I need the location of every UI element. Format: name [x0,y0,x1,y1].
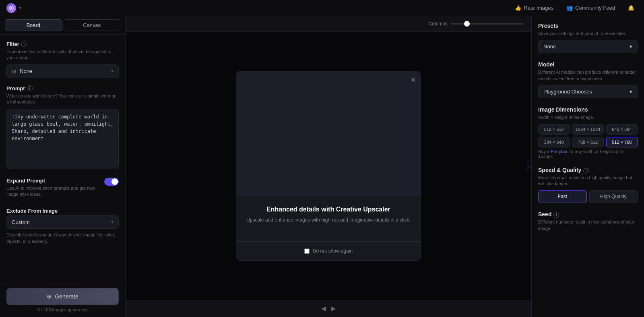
presets-dropdown[interactable]: None ▾ [538,40,638,53]
exclude-dropdown[interactable]: Custom ▾ [6,215,119,229]
model-dropdown[interactable]: Playground Chooses ▾ [538,85,638,98]
dim-512x768[interactable]: 512 × 768 [606,137,638,147]
topnav: ▾ 👍 Rate Images 👥 Community Feed 🔔 [0,0,644,16]
community-feed-label: Community Feed [575,5,615,11]
filter-dropdown[interactable]: ⊘ None ▾ [6,64,119,78]
generate-count: 0 / 100 images generated [6,307,119,312]
model-dropdown-arrow: ▾ [630,89,632,95]
exclude-title: Exclude From Image [6,208,119,214]
presets-desc: Save your settings and prompt to reuse l… [538,31,638,37]
modal-title: Enhanced details with Creative Upscaler [246,206,411,213]
prompt-desc: What do you want to see? You can use a s… [6,93,119,106]
filter-title: Filter i [6,41,119,47]
modal-overlay: ✕ Enhanced details with Creative Upscale… [126,32,531,300]
tab-board[interactable]: Board [5,19,62,31]
pro-link: Buy a Pro plan for any width or height u… [538,149,638,159]
dimensions-grid: 512 × 512 1024 × 1024 640 × 384 384 × 64… [538,124,638,147]
fast-button[interactable]: Fast [538,190,587,203]
community-icon: 👥 [566,5,573,11]
community-feed-button[interactable]: 👥 Community Feed [563,3,618,12]
exclude-section: Exclude From Image Custom ▾ Describe det… [6,208,119,248]
exclude-dropdown-arrow: ▾ [111,220,114,225]
generate-button[interactable]: ⊕ Generate [6,288,119,305]
expand-prompt-toggle[interactable] [104,178,119,186]
presets-title: Presets [538,23,638,29]
generate-label: Generate [55,293,78,300]
canvas-area: ✕ Enhanced details with Creative Upscale… [126,32,531,300]
expand-prompt-section: Expand Prompt Use AI to improve short pr… [6,178,119,201]
expand-prompt-row: Expand Prompt Use AI to improve short pr… [6,178,119,201]
modal-close-button[interactable]: ✕ [411,76,416,84]
filter-no-icon: ⊘ [12,68,17,75]
presets-value: None [543,44,556,50]
dim-512x512[interactable]: 512 × 512 [538,124,570,135]
left-sidebar: Board Canvas Filter i Experiment with di… [0,16,126,317]
modal-body: Enhanced details with Creative Upscaler … [236,196,421,241]
presets-section: Presets Save your settings and prompt to… [538,23,638,53]
image-dimensions-desc: Width × Height of the image. [538,114,638,120]
pro-plan-link[interactable]: Pro plan [551,149,567,154]
notifications-button[interactable]: 🔔 [625,3,638,12]
thumbs-up-icon: 👍 [515,5,521,11]
filter-desc: Experiment with different styles that ca… [6,49,119,61]
speed-quality-row: Fast High Quality [538,190,638,203]
sidebar-content: Filter i Experiment with different style… [0,35,125,254]
rate-images-button[interactable]: 👍 Rate Images [512,3,557,12]
expand-prompt-desc: Use AI to improve short prompts and get … [6,185,101,198]
next-page-button[interactable]: ▶ [331,305,336,312]
tabs-bar: Board Canvas [0,16,125,35]
prompt-title: Prompt i [6,85,119,91]
modal-image-placeholder [236,71,421,196]
logo-icon[interactable] [6,3,16,13]
dim-640x384[interactable]: 640 × 384 [606,124,638,135]
filter-info-icon[interactable]: i [21,41,27,47]
rate-images-label: Rate Images [524,5,553,11]
center-area: Columns ✕ Enhanced details with Creative… [126,16,531,317]
seed-info-icon[interactable]: i [553,212,559,218]
modal: ✕ Enhanced details with Creative Upscale… [236,71,421,261]
dim-384x640[interactable]: 384 × 640 [538,137,570,147]
seed-section: Seed i Different numbers result in new v… [538,211,638,235]
speed-quality-desc: More steps will result in a high quality… [538,175,638,187]
do-not-show-label: Do not show again [313,248,353,254]
model-desc: Different AI models can produce differen… [538,69,638,82]
generate-section: ⊕ Generate 0 / 100 images generated [0,283,125,317]
svg-point-1 [10,7,12,9]
dim-1024x1024[interactable]: 1024 × 1024 [572,124,603,135]
main-layout: Board Canvas Filter i Experiment with di… [0,16,644,317]
prompt-textarea[interactable]: Tiny underwater complete world in large … [6,109,119,169]
presets-dropdown-arrow: ▾ [630,44,632,50]
prompt-info-icon[interactable]: i [27,85,33,91]
filter-section: Filter i Experiment with different style… [6,41,119,78]
columns-slider[interactable] [451,23,523,25]
prompt-section: Prompt i What do you want to see? You ca… [6,85,119,170]
speed-quality-title: Speed & Quality [538,167,581,173]
topnav-left: ▾ [6,3,21,13]
tab-canvas[interactable]: Canvas [64,19,121,31]
speed-quality-info-icon[interactable]: i [583,168,589,174]
high-quality-button[interactable]: High Quality [589,190,638,203]
speed-quality-section: Speed & Quality i More steps will result… [538,167,638,203]
plus-icon: ⊕ [47,293,52,300]
model-title: Model [538,61,638,68]
do-not-show-checkbox[interactable] [304,249,310,254]
exclude-value: Custom [12,219,30,225]
image-dimensions-section: Image Dimensions Width × Height of the i… [538,106,638,158]
seed-title: Seed [538,211,551,218]
filter-value: None [20,68,32,74]
right-sidebar: Presets Save your settings and prompt to… [531,16,644,317]
pagination: ◀ ▶ [126,300,531,317]
seed-desc: Different numbers result in new variatio… [538,219,638,232]
columns-bar: Columns [126,16,531,32]
bell-icon: 🔔 [628,5,634,11]
model-value: Playground Chooses [543,89,592,95]
dim-768x512[interactable]: 768 × 512 [572,137,603,147]
modal-footer: Do not show again [236,241,421,260]
prev-page-button[interactable]: ◀ [321,305,326,312]
exclude-desc: Describe details you don't want in your … [6,232,119,244]
app-menu-chevron[interactable]: ▾ [19,6,21,10]
model-section: Model Different AI models can produce di… [538,61,638,98]
topnav-right: 👍 Rate Images 👥 Community Feed 🔔 [512,3,638,12]
modal-desc: Upscale and enhance images with high-res… [246,216,411,224]
image-dimensions-title: Image Dimensions [538,106,638,113]
